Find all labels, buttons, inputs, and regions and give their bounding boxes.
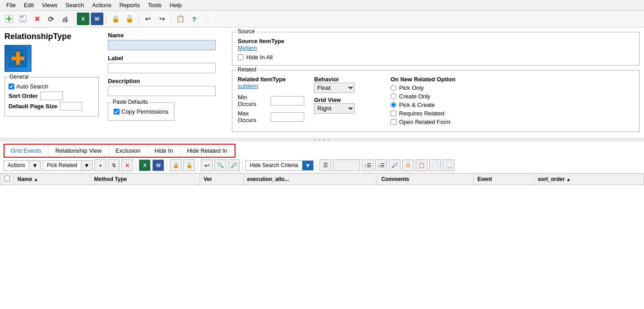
refresh-button[interactable]: ⟳: [44, 13, 57, 25]
pick-and-create-label: Pick & Create: [399, 102, 435, 108]
undo-grid-btn[interactable]: ↩: [201, 159, 213, 171]
main-toolbar: ✕ ⟳ 🖨 X W 🔒 🔓 ↩ ↩ 📋 ? ✓: [0, 11, 644, 27]
sort-order-input[interactable]: 128: [40, 92, 63, 100]
actions-label: Actions: [4, 161, 29, 170]
delete-icon-btn[interactable]: ✕: [121, 159, 133, 171]
grid-col-ver[interactable]: Ver: [200, 174, 244, 185]
lock-button[interactable]: 🔒: [109, 13, 122, 25]
copy-button[interactable]: 📋: [174, 13, 187, 25]
max-occurs-input[interactable]: [271, 112, 304, 122]
grid-view-label: Grid View: [314, 97, 382, 103]
tab-grid-events[interactable]: Grid Events: [4, 145, 48, 157]
sort-desc-btn[interactable]: ↓☰: [375, 159, 387, 171]
paste-grid-btn[interactable]: 📄: [429, 159, 441, 171]
pick-only-radio[interactable]: [391, 85, 396, 91]
add-icon-btn[interactable]: +: [94, 159, 106, 171]
menu-edit[interactable]: Edit: [20, 1, 37, 9]
sort-asc-btn[interactable]: ↑☰: [362, 159, 373, 171]
behavior-select[interactable]: Float Locked Defined: [314, 83, 355, 93]
pick-related-dropdown[interactable]: Pick Related ▼: [43, 160, 93, 171]
copy-permissions-checkbox[interactable]: [114, 109, 120, 115]
hide-search-dropdown[interactable]: Hide Search Criteria ▼: [245, 160, 314, 171]
search-grid-btn[interactable]: 🔍: [214, 159, 226, 171]
description-label: Description: [108, 78, 225, 84]
menu-search[interactable]: Search: [62, 1, 88, 9]
related-item-type-link[interactable]: subitem: [238, 83, 305, 89]
menu-file[interactable]: File: [3, 1, 19, 9]
grid-col-method-type[interactable]: Method Type: [90, 174, 200, 185]
pick-related-arrow[interactable]: ▼: [81, 161, 93, 170]
unlock-button[interactable]: 🔓: [123, 13, 136, 25]
on-new-label: On New Related Option: [391, 76, 634, 83]
auto-search-checkbox[interactable]: [9, 84, 14, 89]
min-occurs-input[interactable]: [271, 96, 304, 106]
copy-grid-btn[interactable]: 📋: [416, 159, 427, 171]
col-execution-label: execution_allo...: [247, 176, 289, 182]
menu-tools[interactable]: Tools: [144, 1, 165, 9]
tab-exclusion[interactable]: Exclusion: [109, 145, 147, 157]
hide-search-arrow[interactable]: ▼: [302, 161, 314, 170]
check-button[interactable]: ✓: [202, 13, 214, 25]
undo-button[interactable]: ↩: [142, 13, 154, 25]
requires-related-checkbox[interactable]: [391, 110, 396, 116]
source-item-type-link[interactable]: MyItem: [238, 44, 634, 51]
print-button[interactable]: 🖨: [58, 13, 71, 25]
move-icon-btn[interactable]: ⇅: [108, 159, 120, 171]
name-input[interactable]: sitme: [108, 40, 216, 50]
excel-grid-btn[interactable]: X: [139, 159, 151, 171]
hide-in-all-checkbox[interactable]: [238, 54, 244, 60]
svg-rect-4: [21, 16, 23, 18]
actions-arrow[interactable]: ▼: [29, 161, 40, 170]
separator4: [171, 13, 171, 24]
tabs-container: Grid Events Relationship View Exclusion …: [0, 144, 644, 158]
filter-grid-btn[interactable]: 🔎: [228, 159, 240, 171]
search-field-btn[interactable]: [333, 159, 360, 171]
grid-icon-btn[interactable]: ⊞: [402, 159, 414, 171]
pick-and-create-radio[interactable]: [391, 102, 396, 108]
save-button[interactable]: [17, 13, 29, 25]
name-group: Name sitme: [108, 32, 225, 50]
grid-col-event[interactable]: Event: [474, 174, 534, 185]
grid-col-comments[interactable]: Comments: [378, 174, 474, 185]
grid-col-execution[interactable]: execution_allo...: [243, 174, 378, 185]
label-group: Label sitem: [108, 55, 225, 73]
sort-order-label: Sort Order: [9, 93, 38, 99]
word-button[interactable]: W: [91, 13, 103, 25]
menu-reports[interactable]: Reports: [116, 1, 144, 9]
tab-hide-related-in[interactable]: Hide Related In: [180, 145, 234, 157]
grid-col-name[interactable]: Name ▲: [14, 174, 90, 185]
delete-button[interactable]: ✕: [31, 13, 43, 25]
open-related-form-checkbox[interactable]: [391, 119, 396, 125]
menu-actions[interactable]: Actions: [89, 1, 115, 9]
help-button[interactable]: ?: [188, 13, 200, 25]
col-method-type-label: Method Type: [94, 176, 127, 182]
pick-only-label: Pick Only: [399, 84, 424, 91]
menu-help[interactable]: Help: [166, 1, 186, 9]
default-page-size-input[interactable]: [60, 102, 82, 110]
new-button[interactable]: [3, 13, 15, 25]
related-right: On New Related Option Pick Only Create O…: [391, 76, 634, 127]
lock-grid-btn[interactable]: 🔒: [170, 159, 182, 171]
highlight-btn[interactable]: 🔎: [389, 159, 400, 171]
grid-col-sort-order[interactable]: sort_order ▲: [534, 174, 644, 185]
tab-relationship-view[interactable]: Relationship View: [49, 145, 108, 157]
hide-in-all-label: Hide In All: [246, 54, 273, 61]
menu-views[interactable]: Views: [38, 1, 61, 9]
source-box: Source Source ItemType MyItem Hide In Al…: [232, 32, 640, 66]
word-grid-btn[interactable]: W: [152, 159, 164, 171]
excel-button[interactable]: X: [77, 13, 89, 25]
unlock-grid-btn[interactable]: 🔓: [183, 159, 195, 171]
grid-view-select[interactable]: Right Left Bottom None: [314, 103, 355, 114]
list-view-btn[interactable]: ☰: [320, 159, 331, 171]
source-legend: Source: [236, 28, 257, 35]
general-legend: General: [8, 74, 31, 80]
label-input[interactable]: sitem: [108, 63, 216, 73]
create-only-radio[interactable]: [391, 93, 396, 99]
tab-hide-in[interactable]: Hide In: [148, 145, 179, 157]
actions-dropdown[interactable]: Actions ▼: [4, 160, 41, 171]
description-input[interactable]: [108, 86, 216, 96]
redo-button[interactable]: ↩: [155, 13, 168, 25]
select-all-checkbox[interactable]: [4, 176, 10, 181]
splitter[interactable]: • • • •: [0, 138, 644, 141]
doc-grid-btn[interactable]: 📃: [443, 159, 454, 171]
